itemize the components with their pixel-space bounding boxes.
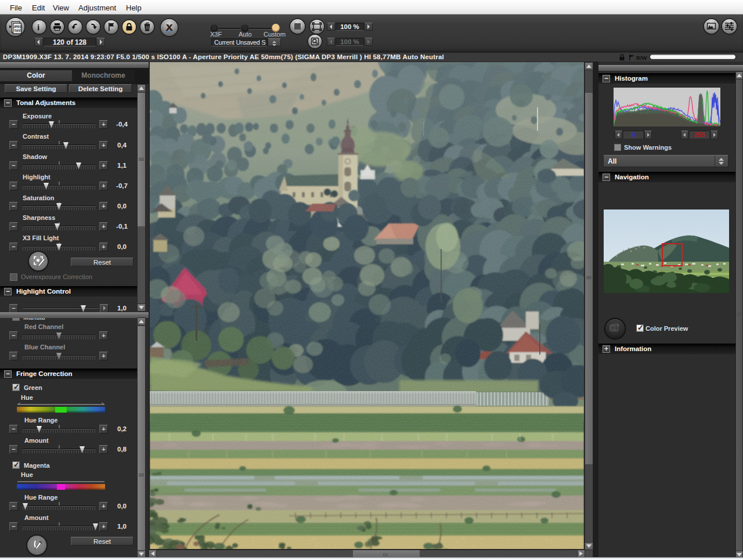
- svg-text:JPEG: JPEG: [13, 25, 22, 28]
- svg-text:X3F: X3F: [210, 31, 222, 38]
- svg-text:Auto: Auto: [239, 31, 252, 38]
- svg-text:i: i: [37, 23, 39, 32]
- svg-text:TIFF: TIFF: [14, 29, 21, 32]
- svg-text:Custom: Custom: [264, 31, 286, 38]
- svg-text:B/W: B/W: [636, 55, 647, 61]
